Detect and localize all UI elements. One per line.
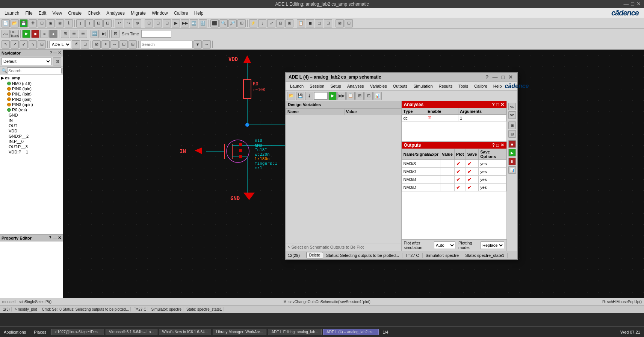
outputs-close[interactable]: ✕: [500, 143, 504, 148]
nav-item-out[interactable]: OUT: [0, 123, 63, 128]
ade-tb-btn4[interactable]: ⊞: [355, 92, 364, 100]
ade-menu-tools[interactable]: Tools: [455, 83, 471, 89]
tb2-btn8[interactable]: ☰: [70, 30, 78, 38]
taskbar-apps[interactable]: Applications: [0, 330, 30, 334]
tb-btn-11[interactable]: ⊡: [94, 19, 103, 27]
ade-close-btn[interactable]: ✕: [507, 74, 514, 80]
side-dc-btn[interactable]: DC: [508, 111, 516, 119]
nav-help[interactable]: ?: [50, 50, 52, 55]
taskbar-item-0[interactable]: zi1027@linux-64cp:~/Des...: [51, 329, 104, 335]
tb-btn-9[interactable]: T: [76, 19, 85, 27]
side-stop-btn[interactable]: ■: [508, 140, 516, 148]
ade-tb-run[interactable]: ▶: [328, 92, 337, 100]
ade-select[interactable]: ADE L: [49, 41, 71, 48]
nav-item-in[interactable]: IN: [0, 118, 63, 123]
side-chart-btn[interactable]: 📊: [508, 166, 516, 174]
tb-btn-5[interactable]: ⊞: [38, 19, 46, 27]
tb-btn-4[interactable]: ✚: [29, 19, 37, 27]
tb3-refresh[interactable]: ↺: [72, 40, 80, 49]
nav-close[interactable]: ✕: [58, 50, 61, 55]
side-btn4[interactable]: ⊟: [508, 130, 516, 138]
menu-help[interactable]: Help: [191, 10, 207, 17]
out-plot-3[interactable]: ✔: [454, 184, 466, 191]
ade-menu-launch[interactable]: Launch: [287, 83, 307, 89]
side-btn3[interactable]: ⊞: [508, 121, 516, 129]
close-btn[interactable]: ✕: [636, 1, 641, 7]
ade-help-icon[interactable]: ?: [484, 74, 490, 80]
tb-btn-12[interactable]: ⊟: [103, 19, 112, 27]
ade-maximize-btn[interactable]: □: [500, 74, 506, 80]
ade-menu-outputs[interactable]: Outputs: [390, 83, 411, 89]
tb-btn-35[interactable]: ⊡: [324, 19, 332, 27]
tb3-btn8[interactable]: ⊠: [92, 40, 101, 49]
tb-btn-10[interactable]: T: [85, 19, 94, 27]
nav-minimize[interactable]: —: [53, 50, 57, 55]
canvas-area[interactable]: VDD R0 r=10K n18: [63, 50, 644, 298]
side-ac-btn[interactable]: AC: [508, 103, 516, 110]
tb2-btn6[interactable]: ●: [49, 30, 57, 38]
tb-btn-28[interactable]: ↕: [258, 19, 266, 27]
tb-btn-20[interactable]: ▶▶: [181, 19, 189, 27]
tb2-btn9[interactable]: ☵: [79, 30, 87, 38]
menu-migrate[interactable]: Migrate: [128, 10, 149, 17]
ade-minimize-btn[interactable]: —: [491, 74, 499, 80]
out-save-0[interactable]: ✔: [466, 160, 479, 168]
tb-btn-16[interactable]: ⊞: [145, 19, 153, 27]
ade-menu-help[interactable]: Help: [490, 83, 505, 89]
tb-btn-37[interactable]: ⊟: [345, 19, 353, 27]
tb2-btn1[interactable]: AC: [2, 30, 10, 38]
ade-tb-btn6[interactable]: 📊: [373, 92, 382, 100]
tb-btn-26[interactable]: ⊞: [237, 19, 246, 27]
tb-btn-18[interactable]: ⊟: [163, 19, 171, 27]
tb-btn-7[interactable]: ⊠: [56, 19, 64, 27]
open-btn[interactable]: 📂: [11, 19, 19, 27]
tb2-btn12[interactable]: ⊡: [111, 30, 119, 38]
tb-btn-21[interactable]: 🔤: [190, 19, 198, 27]
ade-tb-btn3[interactable]: 📋: [346, 92, 355, 100]
minimize-btn[interactable]: —: [624, 1, 629, 7]
tb3-btn9[interactable]: ✦: [101, 40, 110, 49]
tb3-btn2[interactable]: ↗: [11, 40, 19, 49]
nav-item-pin2[interactable]: PIN2 (ipin): [0, 97, 63, 102]
nav-item-gndp2[interactable]: GND:P__2: [0, 134, 63, 139]
search-dropdown[interactable]: ▼: [194, 40, 202, 49]
plot-check-3[interactable]: ✔: [456, 184, 461, 190]
side-pause-btn[interactable]: ⏸: [508, 158, 516, 165]
search-input[interactable]: [140, 41, 193, 48]
ade-menu-variables[interactable]: Variables: [367, 83, 390, 89]
tb2-btn5[interactable]: ≈: [40, 30, 48, 38]
ade-tb-save[interactable]: 💾: [296, 92, 304, 100]
out-save-3[interactable]: ✔: [466, 184, 479, 191]
tb-btn-14[interactable]: ↪: [124, 19, 132, 27]
nav-item-r0[interactable]: R0 (res): [0, 107, 63, 112]
outputs-min[interactable]: □: [496, 143, 499, 148]
tb-btn-13[interactable]: ↩: [115, 19, 123, 27]
taskbar-item-1[interactable]: Virtuoso® 6.1.6-64b – Lo...: [106, 329, 157, 335]
save-check-2[interactable]: ✔: [467, 176, 472, 182]
tb-btn-34[interactable]: ◻: [315, 19, 323, 27]
tb-btn-22[interactable]: 🔡: [199, 19, 207, 27]
taskbar-item-3[interactable]: Library Manager: WorkAre...: [213, 329, 266, 335]
analyses-close[interactable]: ✕: [500, 102, 504, 107]
nav-item-nm0[interactable]: NM0 (n18): [0, 81, 63, 86]
nav-item-outp3[interactable]: OUT:P__3: [0, 144, 63, 149]
tb3-btn10[interactable]: ↔: [110, 40, 119, 49]
nav-item-vdd[interactable]: VDD: [0, 128, 63, 134]
tb2-btn10[interactable]: 🔤: [91, 30, 99, 38]
out-plot-0[interactable]: ✔: [454, 160, 466, 168]
tb2-btn11[interactable]: ▶|: [100, 30, 108, 38]
tb3-btn3[interactable]: ↙: [20, 40, 28, 49]
nav-item-gnd[interactable]: GND: [0, 112, 63, 118]
tb-btn-17[interactable]: ⊡: [154, 19, 162, 27]
tb3-btn12[interactable]: ⊞: [128, 40, 137, 49]
tb-btn-15[interactable]: ⊕: [133, 19, 141, 27]
plot-after-select[interactable]: Auto Always Never: [434, 241, 455, 249]
tb-btn-29[interactable]: ⤢: [267, 19, 275, 27]
tb-btn-23[interactable]: ⬛: [210, 19, 219, 27]
menu-launch[interactable]: Launch: [2, 10, 22, 17]
save-check-0[interactable]: ✔: [467, 161, 472, 167]
menu-file[interactable]: File: [22, 10, 35, 17]
tb-btn-6[interactable]: ◉: [47, 19, 55, 27]
nav-item-pin3[interactable]: PIN3 (opin): [0, 102, 63, 107]
plot-check-2[interactable]: ✔: [456, 176, 461, 182]
